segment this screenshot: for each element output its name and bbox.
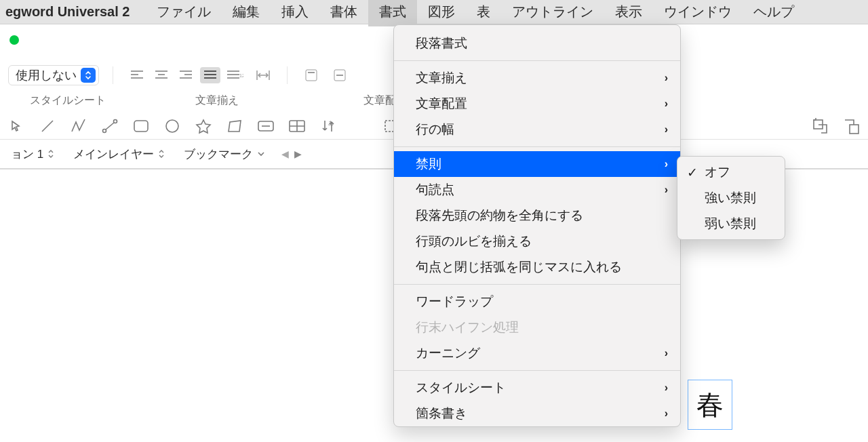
bookmark-select[interactable]: ブックマーク <box>178 146 271 162</box>
menu-item-text-placement[interactable]: 文章配置› <box>394 91 680 117</box>
menu-item-text-align[interactable]: 文章揃え› <box>394 65 680 91</box>
menu-help[interactable]: ヘルプ <box>743 0 805 26</box>
group-front-icon[interactable] <box>811 117 830 136</box>
menu-item-kinsoku[interactable]: 禁則› <box>394 151 680 177</box>
menu-view[interactable]: 表示 <box>604 0 653 26</box>
sort-icon[interactable]: あ <box>319 117 338 136</box>
divider <box>287 66 288 84</box>
svg-point-3 <box>103 129 106 132</box>
chevron-right-icon: › <box>665 347 668 359</box>
chevron-right-icon: › <box>665 158 668 170</box>
chevron-right-icon: › <box>665 98 668 110</box>
menu-outline[interactable]: アウトライン <box>501 0 604 26</box>
menu-item-punctuation[interactable]: 句読点› <box>394 177 680 203</box>
align-justify-button[interactable] <box>200 67 220 83</box>
polygon-icon[interactable] <box>225 117 244 136</box>
section-select[interactable]: ョン 1 <box>5 146 60 162</box>
stylesheet-select-value: 使用しない <box>16 67 81 83</box>
layer-select[interactable]: メインレイヤー <box>68 146 170 162</box>
menu-item-paragraph-format[interactable]: 段落書式 <box>394 31 680 56</box>
table-icon[interactable] <box>288 117 307 136</box>
menu-item-line-width[interactable]: 行の幅› <box>394 117 680 142</box>
menu-item-hyphenation: 行末ハイフン処理 <box>394 315 680 340</box>
menu-item-period-bracket[interactable]: 句点と閉じ括弧を同じマスに入れる <box>394 254 680 280</box>
menu-window[interactable]: ウインドウ <box>653 0 743 26</box>
submenu-item-off[interactable]: ✓ オフ <box>677 159 785 185</box>
line-icon[interactable] <box>38 117 57 136</box>
menu-separator <box>394 284 680 285</box>
menu-item-stylesheet[interactable]: スタイルシート› <box>394 375 680 401</box>
svg-point-4 <box>114 119 117 123</box>
submenu-item-weak[interactable]: 弱い禁則 <box>677 211 785 237</box>
svg-rect-1 <box>306 70 317 81</box>
divider <box>113 66 113 84</box>
polyline-icon[interactable] <box>69 117 88 136</box>
menu-edit[interactable]: 編集 <box>222 0 271 26</box>
fit-width-button[interactable] <box>253 67 273 83</box>
menubar: egword Universal 2 ファイル 編集 挿入 書体 書式 図形 表… <box>0 0 868 24</box>
textbox-icon[interactable] <box>256 117 275 136</box>
label-align: 文章揃え <box>122 94 312 113</box>
pointer-icon[interactable] <box>7 117 26 136</box>
format-menu: 段落書式 文章揃え› 文章配置› 行の幅› 禁則› 句読点› 段落先頭の約物を全… <box>393 24 681 427</box>
menu-item-align-ruby[interactable]: 行頭のルビを揃える <box>394 228 680 254</box>
menu-font[interactable]: 書体 <box>319 0 368 26</box>
chevron-right-icon: › <box>665 407 668 420</box>
chevron-right-icon: › <box>665 382 668 394</box>
kinsoku-submenu: ✓ オフ 強い禁則 弱い禁則 <box>677 156 785 240</box>
menu-item-bullets[interactable]: 箇条書き› <box>394 401 680 426</box>
menu-separator <box>394 146 680 147</box>
chevron-up-down-icon <box>81 68 96 83</box>
align-right-button[interactable] <box>176 67 196 83</box>
rectangle-icon[interactable] <box>132 117 151 136</box>
app-name: egword Universal 2 <box>5 4 130 20</box>
menu-shape[interactable]: 図形 <box>417 0 466 26</box>
label-stylesheet: スタイルシート <box>0 94 122 113</box>
svg-rect-5 <box>134 121 148 132</box>
nav-prev-button[interactable]: ◀ <box>281 148 289 159</box>
menu-separator <box>394 60 680 61</box>
chevron-right-icon: › <box>665 123 668 136</box>
connector-icon[interactable] <box>100 117 119 136</box>
selected-text-frame[interactable]: 春 <box>688 380 732 430</box>
svg-rect-12 <box>850 125 859 134</box>
menu-item-fullwidth-start[interactable]: 段落先頭の約物を全角にする <box>394 203 680 228</box>
bookmark-select-value: ブックマーク <box>184 146 253 162</box>
stylesheet-select[interactable]: 使用しない <box>8 65 99 85</box>
circle-icon[interactable] <box>163 117 182 136</box>
align-center-button[interactable] <box>151 67 172 83</box>
menu-item-kerning[interactable]: カーニング› <box>394 340 680 366</box>
menu-format[interactable]: 書式 <box>368 0 417 26</box>
place-middle-button[interactable] <box>330 67 350 83</box>
menu-insert[interactable]: 挿入 <box>271 0 319 26</box>
star-icon[interactable] <box>194 117 213 136</box>
align-distribute-button[interactable]: 12 <box>224 67 245 83</box>
menu-file[interactable]: ファイル <box>146 0 222 26</box>
layer-select-value: メインレイヤー <box>73 146 154 162</box>
svg-text:12: 12 <box>239 73 243 78</box>
place-top-button[interactable] <box>301 67 321 83</box>
chevron-right-icon: › <box>665 184 668 196</box>
text-frame-content: 春 <box>696 386 724 424</box>
svg-text:あ: あ <box>328 120 334 126</box>
svg-point-6 <box>166 120 178 132</box>
menu-separator <box>394 370 680 371</box>
window-traffic-light-green[interactable] <box>9 35 19 45</box>
nav-next-button[interactable]: ▶ <box>294 148 302 159</box>
submenu-item-strong[interactable]: 強い禁則 <box>677 185 785 211</box>
chevron-right-icon: › <box>665 72 668 84</box>
check-icon: ✓ <box>686 165 699 180</box>
group-back-icon[interactable] <box>842 117 861 136</box>
align-group: 12 <box>127 67 245 83</box>
section-select-value: ョン 1 <box>11 146 43 162</box>
menu-item-wordwrap[interactable]: ワードラップ <box>394 289 680 315</box>
menu-table[interactable]: 表 <box>466 0 501 26</box>
align-left-button[interactable] <box>127 67 147 83</box>
nav-arrows: ◀ ▶ <box>281 148 302 159</box>
